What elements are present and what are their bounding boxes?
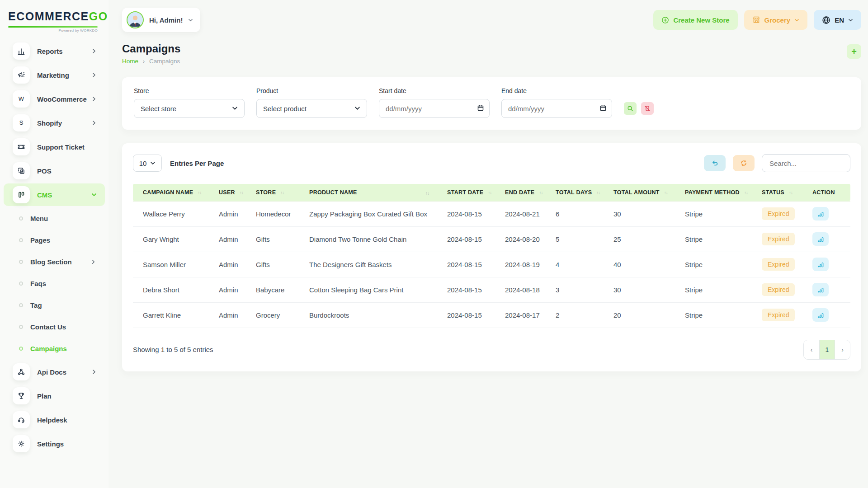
create-new-store-button[interactable]: Create New Store: [653, 10, 737, 30]
sidebar-item-woocommerce[interactable]: W WooCommerce: [4, 88, 105, 110]
pagination-next-button[interactable]: ›: [835, 340, 850, 359]
start-date-input[interactable]: [379, 99, 490, 118]
sort-icon: ↑↓: [280, 190, 284, 195]
sidebar-subitem-tag[interactable]: Tag: [0, 294, 108, 316]
entries-per-page-select[interactable]: 10: [133, 155, 162, 172]
filter-card: Store Select store Product Select produc…: [122, 77, 861, 130]
sidebar-subitem-campaigns[interactable]: Campaigns: [0, 338, 108, 359]
campaigns-table: CAMPAIGN NAME↑↓ USER↑↓ STORE↑↓ PRODUCT N…: [133, 184, 850, 328]
chevron-right-icon: [91, 259, 96, 264]
sidebar-item-cms[interactable]: CMS: [4, 183, 105, 206]
bullet-icon: [19, 303, 23, 307]
campaign-stats-button[interactable]: [812, 308, 829, 322]
sidebar: ECOMMERCEGO Powered by WORKDO Reports Ma…: [0, 0, 108, 488]
api-network-icon: [13, 363, 30, 380]
start-date-label: Start date: [379, 87, 490, 94]
chevron-down-icon: [848, 18, 853, 23]
breadcrumb: Home › Campaigns: [122, 58, 180, 65]
brand-go: GO: [89, 10, 108, 23]
refresh-button[interactable]: [733, 155, 755, 171]
bullet-icon: [19, 238, 23, 242]
sidebar-item-helpdesk[interactable]: Helpdesk: [4, 408, 105, 431]
main-content: Hi, Admin! Create New Store Grocery EN C…: [108, 0, 868, 488]
col-total-days[interactable]: TOTAL DAYS↑↓: [547, 184, 604, 201]
status-badge: Expired: [762, 283, 795, 296]
bullet-icon: [19, 260, 23, 264]
breadcrumb-separator: ›: [143, 58, 145, 65]
sort-icon: ↑↓: [240, 190, 243, 195]
campaign-stats-button[interactable]: [812, 207, 829, 221]
plus-circle-icon: [661, 16, 669, 24]
status-badge: Expired: [762, 207, 795, 220]
pagination-prev-button[interactable]: ‹: [804, 340, 819, 359]
sidebar-item-plan[interactable]: Plan: [4, 385, 105, 407]
pos-icon: [13, 162, 30, 179]
sidebar-item-reports[interactable]: Reports: [4, 40, 105, 62]
col-store[interactable]: STORE↑↓: [247, 184, 300, 201]
sort-icon: ↑↓: [744, 190, 748, 195]
campaign-stats-button[interactable]: [812, 283, 829, 296]
sort-icon: ↑↓: [425, 191, 429, 196]
status-badge: Expired: [762, 258, 795, 271]
col-end-date[interactable]: END DATE↑↓: [496, 184, 547, 201]
sidebar-subitem-pages[interactable]: Pages: [0, 229, 108, 251]
breadcrumb-current: Campaigns: [149, 58, 180, 65]
add-campaign-button[interactable]: +: [847, 44, 861, 59]
chevron-down-icon: [232, 105, 238, 113]
sidebar-subitem-faqs[interactable]: Faqs: [0, 272, 108, 294]
brand-wordmark: ECOMMERCEGO: [8, 10, 100, 23]
col-start-date[interactable]: START DATE↑↓: [438, 184, 496, 201]
undo-button[interactable]: [704, 155, 726, 171]
language-selector-button[interactable]: EN: [814, 10, 861, 30]
chevron-right-icon: [91, 369, 97, 375]
table-row: Samson Miller Admin Gifts The Designers …: [133, 252, 850, 277]
chevron-right-icon: [91, 48, 97, 54]
pagination-page-1[interactable]: 1: [819, 340, 835, 359]
user-menu[interactable]: Hi, Admin!: [122, 8, 200, 32]
campaign-stats-button[interactable]: [812, 258, 829, 271]
col-status[interactable]: STATUS↑↓: [753, 184, 803, 201]
gear-icon: [13, 435, 30, 452]
reset-filter-button[interactable]: [641, 102, 654, 115]
chevron-down-icon: [188, 18, 193, 23]
sidebar-subitem-contact-us[interactable]: Contact Us: [0, 316, 108, 338]
sidebar-subitem-menu[interactable]: Menu: [0, 207, 108, 229]
sidebar-item-api-docs[interactable]: Api Docs: [4, 361, 105, 383]
bar-chart-icon: [13, 42, 30, 60]
col-product-name[interactable]: PRODUCT NAME↑↓: [300, 184, 438, 201]
store-switcher-button[interactable]: Grocery: [744, 10, 808, 30]
table-row: Wallace Perry Admin Homedecor Zappy Pack…: [133, 201, 850, 226]
sidebar-item-marketing[interactable]: Marketing: [4, 64, 105, 86]
bar-chart-icon: [817, 211, 824, 217]
chevron-right-icon: [91, 96, 97, 102]
col-user[interactable]: USER↑↓: [210, 184, 247, 201]
entries-per-page-label: Entries Per Page: [170, 160, 224, 167]
sidebar-item-shopify[interactable]: S Shopify: [4, 112, 105, 134]
svg-text:W: W: [19, 95, 24, 102]
brand-logo[interactable]: ECOMMERCEGO Powered by WORKDO: [0, 0, 108, 37]
col-campaign-name[interactable]: CAMPAIGN NAME↑↓: [133, 184, 210, 201]
col-total-amount[interactable]: TOTAL AMOUNT↑↓: [604, 184, 676, 201]
pagination: ‹ 1 ›: [803, 340, 850, 360]
sidebar-item-support-ticket[interactable]: Support Ticket: [4, 136, 105, 158]
table-search-input[interactable]: [762, 154, 850, 172]
refresh-icon: [740, 160, 747, 167]
campaign-stats-button[interactable]: [812, 232, 829, 246]
sort-icon: ↑↓: [488, 190, 491, 195]
sort-icon: ↑↓: [198, 190, 201, 195]
col-payment-method[interactable]: PAYMENT METHOD↑↓: [676, 184, 753, 201]
bullet-icon: [19, 216, 23, 221]
sidebar-item-settings[interactable]: Settings: [4, 432, 105, 455]
breadcrumb-home-link[interactable]: Home: [122, 58, 138, 65]
sidebar-subitem-blog-section[interactable]: Blog Section: [0, 251, 108, 272]
sort-icon: ↑↓: [539, 190, 542, 195]
apply-filter-button[interactable]: [624, 102, 637, 115]
product-filter-select[interactable]: Select product: [256, 99, 367, 118]
sidebar-item-pos[interactable]: POS: [4, 160, 105, 182]
sort-icon: ↑↓: [664, 190, 668, 195]
end-date-input[interactable]: [501, 99, 612, 118]
store-filter-select[interactable]: Select store: [134, 99, 245, 118]
svg-text:S: S: [19, 119, 24, 126]
bullet-icon: [19, 325, 23, 329]
bar-chart-icon: [817, 236, 824, 243]
